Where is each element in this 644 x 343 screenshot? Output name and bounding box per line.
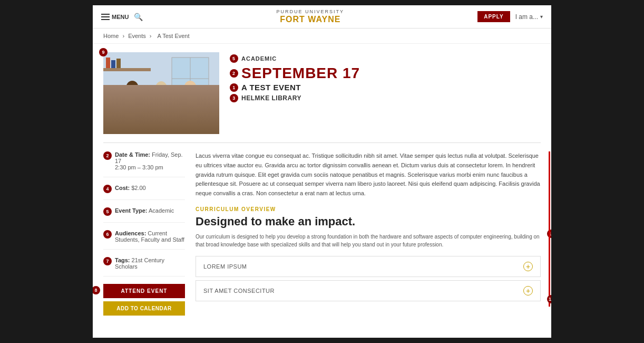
category-text: ACADEMIC xyxy=(241,55,277,62)
svg-rect-15 xyxy=(111,60,115,68)
header-left: MENU 🔍 xyxy=(101,13,143,21)
svg-point-6 xyxy=(123,88,142,111)
accordion-expand-icon-2: + xyxy=(523,286,533,296)
chevron-down-icon: ▾ xyxy=(540,14,543,20)
annotation-4: 4 xyxy=(103,185,112,193)
action-buttons: 8 ATTEND EVENT ADD TO CALENDAR xyxy=(103,284,185,316)
detail-event-type: 5 Event Type: Academic xyxy=(103,207,185,223)
accordion-item-1[interactable]: LOREM IPSUM + xyxy=(196,256,541,277)
curriculum-title: Designed to make an impact. xyxy=(196,215,541,228)
breadcrumb-sep2: › xyxy=(150,33,153,39)
annotation-bar-10 xyxy=(549,151,550,210)
search-icon: 🔍 xyxy=(134,13,143,21)
cost-label: Cost: xyxy=(115,185,130,191)
annotation-5: 5 xyxy=(230,54,238,63)
site-logo: PURDUE UNIVERSITY FORT WAYNE xyxy=(277,9,345,24)
accordion-label-1: LOREM IPSUM xyxy=(203,263,247,270)
svg-point-11 xyxy=(184,81,197,96)
audiences-label: Audiences: xyxy=(115,230,146,236)
datetime-label: Date & Time: xyxy=(115,151,150,158)
event-title-large: 1 A TEST EVENT xyxy=(230,83,541,92)
svg-rect-5 xyxy=(114,109,219,112)
location-text: HELMKE LIBRARY xyxy=(241,94,301,102)
i-am-dropdown[interactable]: I am a... ▾ xyxy=(515,13,543,21)
hero-photo-svg xyxy=(103,52,219,134)
svg-rect-16 xyxy=(116,59,121,68)
time-value: 2:30 pm – 3:30 pm xyxy=(115,164,163,170)
breadcrumb-events[interactable]: Events xyxy=(128,33,146,39)
svg-point-7 xyxy=(126,81,139,96)
tags-label: Tags: xyxy=(115,257,130,263)
breadcrumb: Home › Events › A Test Event xyxy=(93,28,551,44)
logo-bottom-text: FORT WAYNE xyxy=(277,15,345,24)
curriculum-section: 11 CURRICULUM OVERVIEW Designed to make … xyxy=(196,206,541,301)
left-panel: 2 Date & Time: Friday, Sep. 17 2:30 pm –… xyxy=(103,151,185,316)
add-to-calendar-button[interactable]: ADD TO CALENDAR xyxy=(103,301,185,316)
svg-point-10 xyxy=(181,88,200,111)
svg-rect-13 xyxy=(103,68,151,71)
hero-info: 5 ACADEMIC 2 SEPTEMBER 17 1 A TEST EVENT… xyxy=(230,52,541,102)
i-am-label: I am a... xyxy=(515,13,538,21)
right-panel: 10 Lacus viverra vitae congue eu consequ… xyxy=(196,151,541,316)
logo-top-text: PURDUE UNIVERSITY xyxy=(277,9,345,15)
annotation-bar-11 xyxy=(549,206,550,306)
attend-event-button[interactable]: ATTEND EVENT xyxy=(103,284,185,298)
accordion-expand-icon-1: + xyxy=(523,262,533,271)
detail-datetime: 2 Date & Time: Friday, Sep. 17 2:30 pm –… xyxy=(103,151,185,177)
event-date: 2 SEPTEMBER 17 xyxy=(230,65,541,82)
header-right: APPLY I am a... ▾ xyxy=(477,11,543,22)
annotation-8: 8 xyxy=(93,286,100,294)
search-button[interactable]: 🔍 xyxy=(134,13,143,21)
menu-button[interactable]: MENU xyxy=(101,14,129,20)
detail-cost: 4 Cost: $2.00 xyxy=(103,185,185,200)
body-text: Lacus viverra vitae congue eu consequat … xyxy=(196,151,541,198)
main-content: 2 Date & Time: Friday, Sep. 17 2:30 pm –… xyxy=(93,143,551,324)
event-type-label: Event Type: xyxy=(115,207,148,214)
breadcrumb-sep1: › xyxy=(122,33,126,39)
cost-value: $2.00 xyxy=(131,185,146,191)
svg-point-8 xyxy=(153,88,170,109)
event-category: 5 ACADEMIC xyxy=(230,54,541,63)
annotation-11: 11 xyxy=(547,295,551,303)
svg-rect-12 xyxy=(123,99,129,101)
accordion-label-2: SIT AMET CONSECITUR xyxy=(203,288,275,294)
curriculum-body: Our curriculum is designed to help you d… xyxy=(196,233,541,249)
breadcrumb-home[interactable]: Home xyxy=(103,33,119,39)
detail-audiences: 6 Audiences: Current Students, Faculty a… xyxy=(103,230,185,250)
date-text: SEPTEMBER 17 xyxy=(241,65,360,82)
hero-section: 9 xyxy=(93,44,551,142)
svg-rect-14 xyxy=(106,58,110,68)
annotation-6: 6 xyxy=(103,230,112,239)
apply-button[interactable]: APPLY xyxy=(477,11,510,22)
annotation-5b: 5 xyxy=(103,207,112,216)
breadcrumb-current: A Test Event xyxy=(158,33,190,39)
menu-label: MENU xyxy=(112,14,129,20)
event-type-value: Academic xyxy=(149,207,174,214)
annotation-2: 2 xyxy=(230,69,238,78)
hamburger-icon xyxy=(101,14,110,20)
hero-image xyxy=(103,52,219,134)
annotation-2b: 2 xyxy=(103,151,112,160)
event-location: 3 HELMKE LIBRARY xyxy=(230,94,541,102)
accordion-item-2[interactable]: SIT AMET CONSECITUR + xyxy=(196,280,541,301)
svg-point-9 xyxy=(155,81,167,95)
curriculum-label: CURRICULUM OVERVIEW xyxy=(196,206,541,212)
detail-tags: 7 Tags: 21st Century Scholars xyxy=(103,257,185,277)
annotation-1: 1 xyxy=(230,83,238,92)
annotation-7: 7 xyxy=(103,257,112,265)
annotation-3: 3 xyxy=(230,94,238,102)
site-header: MENU 🔍 PURDUE UNIVERSITY FORT WAYNE APPL… xyxy=(93,5,551,28)
svg-rect-4 xyxy=(114,110,219,134)
title-text: A TEST EVENT xyxy=(241,83,301,92)
